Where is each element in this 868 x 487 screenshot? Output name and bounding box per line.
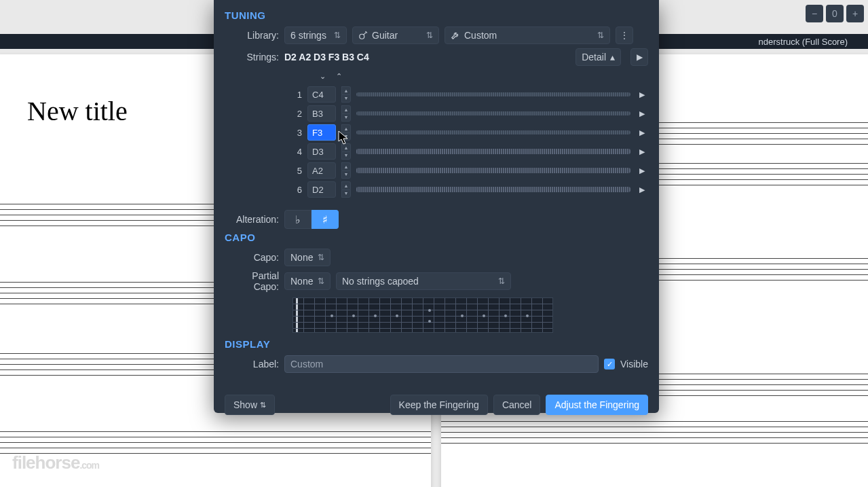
string-number: 2 [295,109,302,119]
detail-label: Detail [582,52,606,62]
more-options-button[interactable]: ⋮ [616,26,633,44]
play-all-button[interactable]: ▶ [630,48,648,66]
fretboard-diagram[interactable] [293,297,553,333]
sharp-button[interactable]: ♯ [312,210,339,229]
partial-capo-row: Partial Capo: None ⇅ No strings capoed ⇅ [225,270,648,292]
flat-button[interactable]: ♭ [284,210,312,229]
toolbar-fragment: − 0 + [806,4,864,23]
note-stepper[interactable]: ▲ ▼ [341,162,351,179]
step-down-icon[interactable]: ▼ [341,190,351,198]
string-note-input[interactable]: D3 [307,143,336,160]
chevron-down-icon: ⌄ [320,72,326,81]
play-icon: ▶ [637,52,643,62]
chevron-up-icon: ▴ [610,52,615,62]
string-row-4: 4 D3 ▲ ▼ ▶ [225,142,648,161]
detail-toggle-button[interactable]: Detail ▴ [575,48,621,66]
string-note-input[interactable]: B3 [307,105,336,122]
string-note-input[interactable]: F3 [307,124,336,141]
string-count-select[interactable]: 6 strings ⇅ [284,26,347,44]
alteration-label: Alteration: [225,214,279,225]
adjust-fingering-button[interactable]: Adjust the Fingering [546,395,648,415]
partial-capo-strings-select[interactable]: No strings capoed ⇅ [336,272,511,290]
string-row-2: 2 B3 ▲ ▼ ▶ [225,104,648,123]
zoom-minus-button[interactable]: − [806,5,823,22]
step-down-icon[interactable]: ▼ [341,94,351,103]
string-row-1: 1 C4 ▲ ▼ ▶ [225,85,648,104]
transpose-down-button[interactable]: ⌄ [316,70,329,82]
string-row-5: 5 A2 ▲ ▼ ▶ [225,161,648,180]
capo-select[interactable]: None ⇅ [284,249,331,266]
note-stepper[interactable]: ▲ ▼ [341,143,351,160]
score-title: New title [27,95,128,127]
note-stepper[interactable]: ▲ ▼ [341,181,351,198]
play-string-button[interactable]: ▶ [636,107,648,120]
display-label-row: Label: Custom ✓ Visible [225,355,648,373]
play-string-button[interactable]: ▶ [636,126,648,139]
transpose-up-button[interactable]: ⌃ [332,70,345,82]
step-up-icon[interactable]: ▲ [341,105,351,113]
note-stepper[interactable]: ▲ ▼ [341,124,351,141]
step-down-icon[interactable]: ▼ [341,151,351,160]
library-row: Library: 6 strings ⇅ Guitar ⇅ Custom ⇅ ⋮ [225,26,648,44]
transpose-buttons: ⌄ ⌃ [316,70,648,82]
string-wave [356,149,630,154]
string-note-input[interactable]: A2 [307,162,336,179]
play-string-button[interactable]: ▶ [636,88,648,101]
step-up-icon[interactable]: ▲ [341,162,351,170]
step-down-icon[interactable]: ▼ [341,113,351,122]
zoom-plus-button[interactable]: + [846,5,864,22]
tab-title-right[interactable]: nderstruck (Full Score) [759,37,848,47]
step-up-icon[interactable]: ▲ [341,86,351,94]
note-stepper[interactable]: ▲ ▼ [341,105,351,122]
wrench-icon [451,31,460,40]
chevron-updown-icon: ⇅ [318,276,324,286]
tuning-preset-select[interactable]: Custom ⇅ [445,26,610,44]
instrument-select[interactable]: Guitar ⇅ [352,26,439,44]
show-menu-button[interactable]: Show ⇅ [225,395,275,415]
display-label-value: Custom [290,359,323,369]
string-row-6: 6 D2 ▲ ▼ ▶ [225,180,648,199]
step-down-icon[interactable]: ▼ [341,170,351,179]
keep-fingering-button[interactable]: Keep the Fingering [390,395,488,415]
cancel-button[interactable]: Cancel [493,395,541,415]
strings-summary-row: Strings: D2 A2 D3 F3 B3 C4 Detail ▴ ▶ [225,48,648,66]
string-number: 1 [295,90,302,100]
capo-row: Capo: None ⇅ [225,249,648,266]
step-up-icon[interactable]: ▲ [341,181,351,190]
check-icon: ✓ [607,360,613,369]
capo-label: Capo: [225,252,279,263]
partial-capo-value: None [290,276,313,287]
step-up-icon[interactable]: ▲ [341,124,351,132]
play-string-button[interactable]: ▶ [636,183,648,196]
guitar-icon [358,31,368,40]
string-wave [356,168,630,173]
string-note-input[interactable]: C4 [307,86,336,103]
capo-heading: CAPO [225,232,648,243]
note-stepper[interactable]: ▲ ▼ [341,86,351,103]
string-wave [356,92,630,96]
partial-capo-label: Partial Capo: [225,270,279,292]
tuning-dialog: TUNING Library: 6 strings ⇅ Guitar ⇅ Cus… [214,0,659,413]
string-row-3: 3 F3 ▲ ▼ ▶ [225,123,648,142]
string-number: 6 [295,185,302,195]
preset-value: Custom [464,30,497,41]
play-string-button[interactable]: ▶ [636,145,648,158]
string-count-value: 6 strings [290,30,326,41]
strings-label: Strings: [225,52,279,62]
string-number: 4 [295,147,302,157]
show-label: Show [233,399,257,410]
step-up-icon[interactable]: ▲ [341,143,351,151]
string-number: 5 [295,166,302,176]
visible-checkbox[interactable]: ✓ [604,359,615,369]
strings-summary: D2 A2 D3 F3 B3 C4 [284,52,369,62]
watermark: filehorse.com [12,452,99,473]
string-note-input[interactable]: D2 [307,181,336,198]
string-wave [356,130,630,134]
visible-label: Visible [620,359,648,369]
partial-capo-select[interactable]: None ⇅ [284,272,331,290]
display-label-input[interactable]: Custom [284,355,599,373]
chevron-updown-icon: ⇅ [498,276,505,286]
play-string-button[interactable]: ▶ [636,164,648,177]
step-down-icon[interactable]: ▼ [341,132,351,141]
capo-value: None [290,252,313,263]
